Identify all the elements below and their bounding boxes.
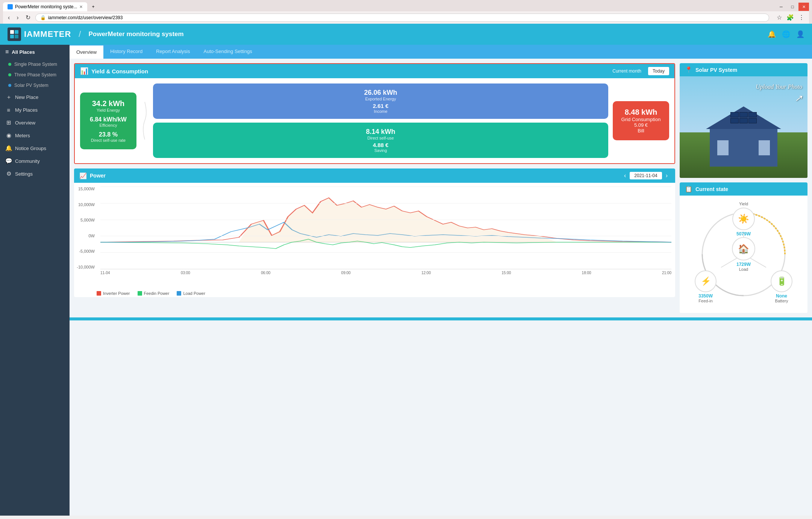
sidebar-item-my-places[interactable]: ≡ My Places bbox=[0, 104, 70, 116]
bookmark-icon[interactable]: ☆ bbox=[775, 13, 783, 22]
next-date-button[interactable]: › bbox=[664, 171, 670, 180]
x-label-2: 06:00 bbox=[261, 271, 270, 275]
grid-icon: ⊞ bbox=[5, 119, 12, 126]
tab-report-analysis[interactable]: Report Analysis bbox=[149, 45, 197, 59]
power-header: 📈 Power ‹ 2021-11-04 › bbox=[74, 168, 675, 183]
solar-pv-title: Solar PV System bbox=[695, 67, 737, 73]
grid-consumption-label: Grid Consumption bbox=[619, 117, 663, 122]
forward-button[interactable]: › bbox=[15, 14, 20, 22]
panel-1 bbox=[730, 112, 739, 117]
chart-x-labels: 11-04 03:00 06:00 09:00 12:00 15:00 18:0… bbox=[100, 269, 671, 275]
sidebar-item-solar-pv[interactable]: Solar PV System bbox=[0, 80, 70, 91]
tab-overview[interactable]: Overview bbox=[70, 46, 103, 59]
menu-icon: ≡ bbox=[5, 49, 9, 55]
battery-node-circle: 🔋 bbox=[771, 270, 792, 292]
x-label-6: 18:00 bbox=[582, 271, 591, 275]
close-window-button[interactable]: ✕ bbox=[798, 3, 809, 11]
y-label-3: 0W bbox=[74, 234, 95, 238]
browser-tabs: PowerMeter monitoring syste... ✕ + bbox=[3, 2, 99, 11]
load-node-value: 1729W bbox=[736, 262, 751, 267]
single-phase-dot bbox=[8, 63, 11, 66]
saving-label: Saving bbox=[159, 148, 602, 153]
location-icon: 📍 bbox=[685, 66, 692, 73]
yield-energy-label: Yield Energy bbox=[86, 108, 130, 112]
tab-history-record[interactable]: History Record bbox=[103, 45, 149, 59]
plus-icon: ＋ bbox=[5, 94, 12, 101]
bell-icon: 🔔 bbox=[5, 145, 12, 152]
solar-panels bbox=[730, 112, 757, 123]
sidebar-item-new-place[interactable]: ＋ New Place bbox=[0, 91, 70, 104]
feedin-node-label: Feed-in bbox=[698, 299, 712, 303]
current-state-icon: 📋 bbox=[685, 185, 692, 193]
reload-button[interactable]: ↻ bbox=[24, 13, 32, 22]
grid-line-5 bbox=[100, 269, 671, 269]
panel-2 bbox=[739, 112, 748, 117]
bill-label: Bill bbox=[619, 128, 663, 134]
exported-energy-value: 26.06 kWh bbox=[159, 89, 602, 97]
three-phase-label: Three Phase System bbox=[14, 72, 56, 77]
load-legend-label: Load Power bbox=[183, 291, 205, 296]
app-title: PowerMeter monitoring system bbox=[88, 30, 183, 38]
notice-groups-label: Notice Groups bbox=[15, 146, 46, 151]
current-state-card: 📋 Current state bbox=[680, 182, 807, 313]
minimize-button[interactable]: ─ bbox=[776, 3, 786, 11]
feedin-legend-label: Feedin Power bbox=[144, 291, 170, 296]
direct-self-use-value: 8.14 kWh bbox=[159, 128, 602, 136]
extensions-icon[interactable]: 🧩 bbox=[785, 13, 795, 22]
sidebar-item-overview[interactable]: ⊞ Overview bbox=[0, 116, 70, 129]
energy-flow-diagram: Yield ☀️ 5079W ⚡ 3350W Feed-in bbox=[691, 202, 796, 307]
tab-auto-sending[interactable]: Auto-Sending Settings bbox=[197, 45, 259, 59]
panel-4 bbox=[730, 118, 739, 123]
load-node-circle: 🏠 bbox=[732, 237, 755, 261]
y-label-4: -5,000W bbox=[74, 249, 95, 253]
sidebar-item-notice-groups[interactable]: 🔔 Notice Groups bbox=[0, 142, 70, 155]
upload-overlay-text: Upload Your Photo ↗ bbox=[756, 83, 802, 104]
power-card: 📈 Power ‹ 2021-11-04 › 15,000W 10, bbox=[74, 168, 675, 297]
sidebar-item-settings[interactable]: ⚙ Settings bbox=[0, 167, 70, 180]
chart-grid bbox=[100, 187, 671, 269]
all-places-header[interactable]: ≡ All Places bbox=[0, 45, 70, 59]
yield-icon: 📊 bbox=[80, 67, 88, 75]
globe-icon[interactable]: 🌐 bbox=[782, 30, 790, 38]
logo-squares bbox=[10, 30, 18, 38]
window-left bbox=[717, 140, 729, 155]
today-button[interactable]: Today bbox=[648, 67, 669, 75]
maximize-button[interactable]: □ bbox=[787, 3, 798, 11]
chat-icon: 💬 bbox=[5, 158, 12, 164]
back-button[interactable]: ‹ bbox=[6, 14, 12, 22]
chart-container: 15,000W 10,000W 5,000W 0W -5,000W -10,00… bbox=[74, 183, 675, 288]
notifications-icon[interactable]: 🔔 bbox=[768, 30, 776, 38]
y-label-1: 10,000W bbox=[74, 202, 95, 207]
efficiency-label: Efficiency bbox=[86, 123, 130, 127]
prev-date-button[interactable]: ‹ bbox=[622, 171, 628, 180]
load-node-label: Load bbox=[739, 267, 748, 272]
new-tab-button[interactable]: + bbox=[87, 2, 99, 11]
yield-mid-boxes: 26.06 kWh Exported Energy 2.61 € Income … bbox=[153, 83, 608, 158]
direct-self-use-rate-value: 23.8 % bbox=[86, 131, 130, 138]
yield-title: Yield & Consumption bbox=[91, 68, 148, 74]
feedin-node-circle: ⚡ bbox=[695, 270, 717, 292]
app-header: IAMMETER / PowerMeter monitoring system … bbox=[0, 24, 812, 45]
sidebar-item-single-phase[interactable]: Single Phase System bbox=[0, 59, 70, 70]
solar-pv-image: Upload Your Photo ↗ bbox=[680, 76, 807, 178]
load-legend-dot bbox=[177, 291, 181, 296]
tab-close-button[interactable]: ✕ bbox=[79, 5, 83, 9]
url-bar[interactable]: 🔒 iammeter.com/dz/user/overview/2393 bbox=[35, 14, 769, 22]
browser-tab-active[interactable]: PowerMeter monitoring syste... ✕ bbox=[3, 2, 87, 11]
exported-energy-box: 26.06 kWh Exported Energy 2.61 € Income bbox=[153, 83, 608, 119]
panel-5 bbox=[739, 118, 748, 123]
menu-icon[interactable]: ⋮ bbox=[797, 13, 806, 22]
app-wrapper: IAMMETER / PowerMeter monitoring system … bbox=[0, 24, 812, 516]
legend-inverter: Inverter Power bbox=[97, 291, 130, 296]
date-navigation: ‹ 2021-11-04 › bbox=[622, 171, 670, 180]
bottom-bar bbox=[70, 317, 812, 320]
sidebar-item-community[interactable]: 💬 Community bbox=[0, 155, 70, 167]
sidebar-item-meters[interactable]: ◉ Meters bbox=[0, 129, 70, 142]
user-icon[interactable]: 👤 bbox=[796, 30, 804, 38]
solar-pv-dot bbox=[8, 84, 11, 87]
current-month-button[interactable]: Current month bbox=[608, 67, 646, 75]
sidebar-item-three-phase[interactable]: Three Phase System bbox=[0, 70, 70, 80]
current-state-body: Yield ☀️ 5079W ⚡ 3350W Feed-in bbox=[680, 196, 807, 313]
y-label-0: 15,000W bbox=[74, 187, 95, 191]
yield-header: 📊 Yield & Consumption Current month Toda… bbox=[75, 64, 674, 78]
